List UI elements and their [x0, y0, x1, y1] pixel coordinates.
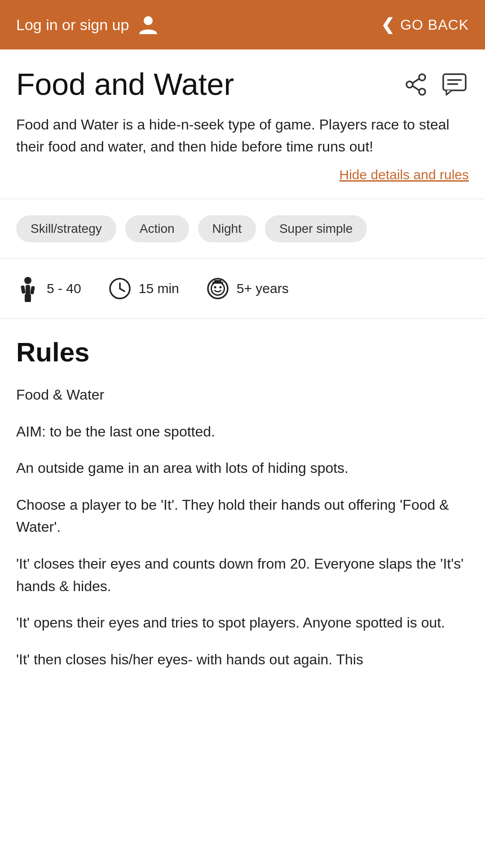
rule-paragraph-5: 'It' opens their eyes and tries to spot …	[16, 612, 469, 634]
svg-point-22	[219, 286, 221, 288]
share-button[interactable]	[402, 71, 429, 98]
share-icon	[404, 73, 428, 96]
svg-point-3	[406, 81, 413, 88]
person-icon	[137, 13, 159, 36]
players-icon	[16, 275, 40, 302]
tag-skill-strategy[interactable]: Skill/strategy	[16, 215, 116, 242]
players-value: 5 - 40	[47, 281, 81, 296]
clock-icon	[108, 277, 132, 300]
svg-line-17	[120, 289, 124, 291]
svg-point-21	[214, 286, 216, 288]
tags-row: Skill/strategy Action Night Super simple	[16, 215, 469, 242]
svg-rect-10	[26, 285, 30, 295]
age-icon	[206, 277, 229, 300]
svg-point-2	[419, 89, 425, 95]
stat-age: 5+ years	[206, 277, 289, 300]
svg-rect-6	[443, 74, 466, 90]
stat-players: 5 - 40	[16, 275, 81, 302]
main-content: Food and Water Foo	[0, 49, 485, 689]
svg-point-9	[24, 277, 31, 284]
rule-paragraph-4: 'It' closes their eyes and counts down f…	[16, 553, 469, 597]
login-link[interactable]: Log in or sign up	[16, 13, 159, 36]
rules-content: Food & Water AIM: to be the last one spo…	[16, 384, 469, 671]
duration-value: 15 min	[139, 281, 179, 296]
header: Log in or sign up ❮ GO BACK	[0, 0, 485, 49]
svg-rect-12	[30, 286, 35, 294]
age-value: 5+ years	[237, 281, 289, 296]
stats-section: 5 - 40 15 min	[16, 259, 469, 318]
go-back-label: GO BACK	[400, 17, 469, 33]
login-label: Log in or sign up	[16, 16, 129, 34]
comment-button[interactable]	[440, 71, 469, 98]
stat-duration: 15 min	[108, 277, 179, 300]
svg-rect-14	[27, 294, 31, 302]
game-description: Food and Water is a hide-n-seek type of …	[16, 114, 469, 158]
game-title: Food and Water	[16, 67, 402, 101]
comment-icon	[442, 73, 467, 96]
title-icons	[402, 67, 469, 98]
rule-paragraph-0: Food & Water	[16, 384, 469, 406]
svg-point-20	[212, 283, 224, 294]
go-back-button[interactable]: ❮ GO BACK	[381, 15, 469, 34]
hide-details-link[interactable]: Hide details and rules	[16, 167, 469, 183]
tag-super-simple[interactable]: Super simple	[265, 215, 367, 242]
rule-paragraph-3: Choose a player to be 'It'. They hold th…	[16, 494, 469, 539]
title-row: Food and Water	[16, 67, 469, 101]
svg-rect-11	[21, 285, 26, 294]
tags-section: Skill/strategy Action Night Super simple	[16, 199, 469, 258]
svg-rect-24	[214, 280, 221, 283]
rule-paragraph-6: 'It' then closes his/her eyes- with hand…	[16, 649, 469, 671]
tag-action[interactable]: Action	[125, 215, 189, 242]
tag-night[interactable]: Night	[198, 215, 256, 242]
rules-section: Rules Food & Water AIM: to be the last o…	[16, 319, 469, 689]
svg-line-5	[413, 86, 419, 90]
rules-heading: Rules	[16, 337, 469, 368]
rule-paragraph-1: AIM: to be the last one spotted.	[16, 421, 469, 443]
svg-line-4	[413, 79, 419, 83]
chevron-left-icon: ❮	[381, 15, 395, 34]
svg-point-1	[419, 74, 425, 80]
svg-point-0	[144, 16, 153, 25]
rule-paragraph-2: An outside game in an area with lots of …	[16, 457, 469, 480]
